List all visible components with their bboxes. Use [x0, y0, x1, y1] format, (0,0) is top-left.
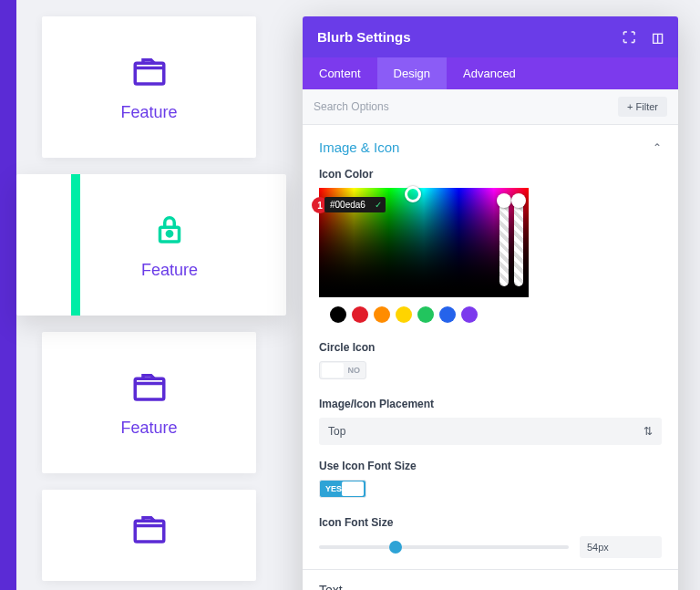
chevron-up-icon: ⌃ [653, 141, 662, 154]
panel-header: Blurb Settings ⛶ ◫ [303, 16, 678, 57]
circle-icon-label: Circle Icon [319, 341, 662, 354]
folder-icon [130, 367, 169, 406]
panel-title: Blurb Settings [317, 29, 411, 45]
vertical-sliders [499, 195, 523, 286]
search-row: Search Options + Filter [303, 89, 678, 125]
circle-icon-toggle[interactable]: NO [319, 361, 366, 379]
slider-knob[interactable] [511, 193, 526, 208]
tab-content[interactable]: Content [303, 57, 377, 89]
card-label: Feature [141, 261, 198, 280]
swatch[interactable] [330, 306, 346, 323]
opacity-slider[interactable] [499, 195, 509, 286]
lock-icon [150, 210, 189, 248]
slider-knob[interactable] [497, 193, 511, 208]
panel-body: Image & Icon ⌃ Icon Color 1 #00eda6✓ Cir… [303, 125, 678, 590]
color-cursor[interactable] [405, 186, 421, 202]
search-input[interactable]: Search Options [314, 100, 618, 113]
check-icon[interactable]: ✓ [375, 200, 382, 210]
swatch[interactable] [374, 306, 390, 323]
use-font-size-label: Use Icon Font Size [319, 460, 662, 472]
toggle-handle [322, 363, 344, 378]
swatch[interactable] [352, 306, 368, 323]
placement-label: Image/Icon Placement [319, 398, 662, 410]
swatch[interactable] [461, 306, 478, 323]
swatch[interactable] [439, 306, 456, 323]
hue-slider[interactable] [514, 195, 523, 286]
expand-icon[interactable]: ⛶ [623, 30, 635, 45]
svg-rect-3 [135, 378, 164, 399]
svg-point-2 [167, 232, 171, 236]
folder-icon [130, 52, 169, 90]
hex-input[interactable]: #00eda6✓ [324, 197, 386, 212]
filter-button[interactable]: + Filter [618, 97, 667, 117]
updown-icon: ⇅ [643, 425, 653, 438]
font-size-value[interactable]: 54px [580, 536, 662, 558]
section-title: Image & Icon [319, 140, 399, 155]
font-size-row: 54px [319, 536, 662, 558]
layout-icon[interactable]: ◫ [652, 30, 664, 45]
section-header[interactable]: Image & Icon ⌃ [319, 140, 662, 155]
feature-card[interactable]: Feature [42, 332, 256, 473]
feature-card-active[interactable]: Feature [16, 174, 286, 316]
tab-design[interactable]: Design [377, 57, 447, 89]
placement-select[interactable]: Top ⇅ [319, 418, 662, 445]
swatch[interactable] [417, 306, 434, 323]
tab-advanced[interactable]: Advanced [447, 57, 532, 89]
font-size-slider[interactable] [319, 545, 569, 549]
feature-cards: Feature Feature Feature [16, 0, 299, 590]
svg-rect-4 [135, 521, 164, 542]
use-font-size-toggle[interactable]: YES [319, 480, 366, 498]
icon-color-label: Icon Color [319, 168, 662, 181]
swatch[interactable] [396, 306, 412, 323]
font-size-label: Icon Font Size [319, 516, 662, 529]
text-section-header[interactable]: Text ⌄ [303, 569, 678, 590]
tabs: Content Design Advanced [303, 57, 678, 89]
left-accent-bar [0, 0, 16, 590]
card-label: Feature [120, 419, 177, 438]
chevron-down-icon: ⌄ [651, 583, 662, 590]
feature-card[interactable]: Feature [42, 16, 256, 158]
card-label: Feature [120, 103, 177, 122]
color-picker[interactable]: 1 #00eda6✓ [319, 188, 529, 297]
header-icons: ⛶ ◫ [610, 29, 664, 45]
toggle-handle [342, 481, 364, 496]
folder-icon [130, 510, 169, 548]
svg-rect-0 [135, 63, 164, 84]
color-swatches [319, 306, 662, 323]
slider-knob[interactable] [389, 541, 402, 554]
feature-card[interactable] [42, 490, 256, 581]
settings-panel: Blurb Settings ⛶ ◫ Content Design Advanc… [303, 16, 678, 590]
